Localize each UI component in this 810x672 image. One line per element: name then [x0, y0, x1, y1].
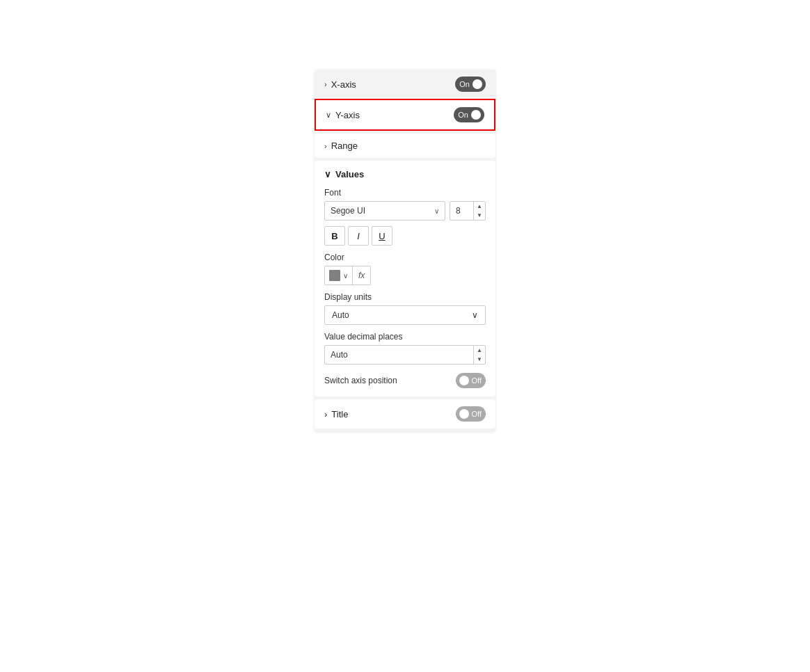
bold-button[interactable]: B	[324, 226, 345, 246]
x-axis-chevron-icon: ›	[324, 80, 327, 88]
x-axis-toggle-label: On	[459, 80, 470, 88]
color-row: ∨ fx	[324, 266, 486, 285]
color-chevron-icon: ∨	[343, 272, 348, 280]
title-label-group: › Title	[324, 409, 348, 419]
y-axis-label-group: ∨ Y-axis	[326, 110, 360, 120]
values-label: Values	[335, 169, 364, 179]
switch-axis-toggle-label: Off	[472, 376, 482, 385]
font-family-select[interactable]: Segoe UI ∨	[324, 201, 445, 221]
font-size-down-button[interactable]: ▼	[474, 211, 485, 220]
title-label: Title	[331, 409, 348, 419]
range-label: Range	[331, 141, 358, 151]
settings-panel: › X-axis On ∨ Y-axis On › Range ∨ Values…	[315, 70, 495, 431]
values-chevron-icon: ∨	[324, 169, 331, 179]
values-header[interactable]: ∨ Values	[324, 169, 486, 179]
decimal-places-input[interactable]: Auto ▲ ▼	[324, 345, 486, 365]
range-chevron-icon: ›	[324, 142, 327, 150]
font-size-value: 8	[450, 206, 473, 216]
title-section[interactable]: › Title Off	[315, 399, 495, 429]
underline-button[interactable]: U	[372, 226, 392, 246]
switch-axis-label: Switch axis position	[324, 376, 397, 385]
x-axis-label-group: › X-axis	[324, 79, 356, 90]
decimal-label: Value decimal places	[324, 332, 486, 342]
y-axis-chevron-icon: ∨	[326, 111, 331, 120]
title-toggle[interactable]: Off	[456, 406, 486, 422]
y-axis-row[interactable]: ∨ Y-axis On	[315, 99, 495, 131]
switch-axis-toggle[interactable]: Off	[456, 373, 486, 388]
font-row: Segoe UI ∨ 8 ▲ ▼	[324, 201, 486, 221]
display-units-chevron-icon: ∨	[472, 310, 478, 320]
title-chevron-icon: ›	[324, 409, 327, 419]
x-axis-label: X-axis	[331, 79, 356, 90]
y-axis-toggle-label: On	[458, 111, 468, 119]
y-axis-toggle[interactable]: On	[454, 107, 484, 122]
format-row: B I U	[324, 226, 486, 246]
switch-axis-knob	[459, 376, 469, 385]
title-toggle-knob	[459, 409, 469, 419]
x-axis-toggle-knob	[472, 79, 482, 89]
decimal-places-value: Auto	[325, 350, 473, 360]
color-picker-button[interactable]: ∨	[324, 266, 353, 285]
decimal-up-button[interactable]: ▲	[474, 346, 485, 355]
color-label: Color	[324, 253, 486, 262]
display-units-value: Auto	[332, 310, 349, 320]
values-section: ∨ Values Font Segoe UI ∨ 8 ▲ ▼ B I U Col…	[315, 161, 495, 397]
font-family-chevron-icon: ∨	[434, 207, 439, 215]
font-size-input[interactable]: 8 ▲ ▼	[450, 201, 486, 221]
y-axis-label: Y-axis	[335, 110, 360, 120]
range-header: › Range	[324, 141, 486, 151]
font-label: Font	[324, 188, 486, 198]
y-axis-toggle-knob	[471, 110, 481, 120]
font-size-spinner[interactable]: ▲ ▼	[473, 202, 485, 220]
display-units-select[interactable]: Auto ∨	[324, 305, 486, 325]
x-axis-row[interactable]: › X-axis On	[315, 70, 495, 99]
decimal-spinner[interactable]: ▲ ▼	[473, 346, 485, 364]
decimal-down-button[interactable]: ▼	[474, 355, 485, 364]
color-swatch	[329, 270, 340, 281]
font-family-value: Segoe UI	[331, 206, 365, 216]
display-units-label: Display units	[324, 292, 486, 302]
italic-button[interactable]: I	[348, 226, 369, 246]
x-axis-toggle[interactable]: On	[455, 77, 486, 92]
font-size-up-button[interactable]: ▲	[474, 202, 485, 211]
switch-axis-row: Switch axis position Off	[324, 373, 486, 388]
fx-button[interactable]: fx	[353, 266, 371, 285]
range-section[interactable]: › Range	[315, 134, 495, 158]
title-toggle-label: Off	[472, 410, 482, 418]
